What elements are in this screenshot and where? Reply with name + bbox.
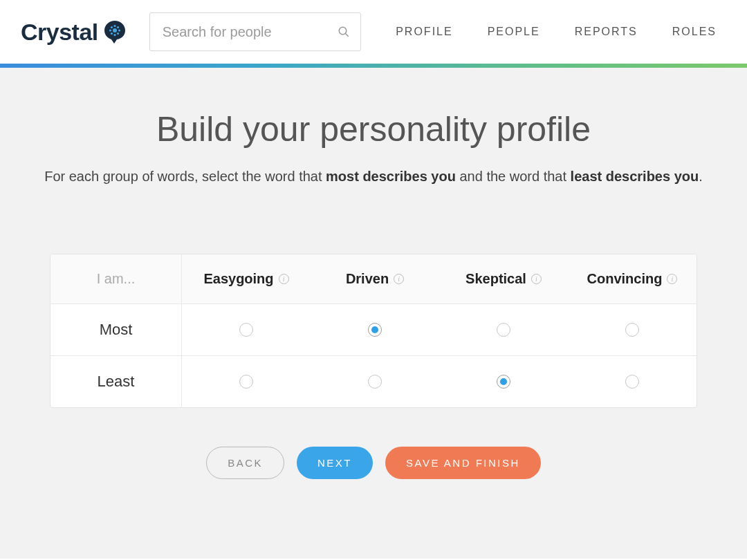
word-selection-table: I am... Easygoing i Driven i Skeptical i: [50, 254, 697, 408]
logo[interactable]: Crystal: [21, 19, 127, 46]
svg-point-5: [111, 26, 113, 28]
radio-least-driven[interactable]: [368, 375, 382, 389]
row-label-most: Most: [100, 321, 133, 339]
radio-cell: [568, 304, 697, 355]
radio-most-skeptical[interactable]: [497, 323, 510, 337]
radio-cell: [439, 304, 568, 355]
radio-cell: [311, 356, 439, 407]
svg-point-9: [339, 27, 347, 35]
nav-roles[interactable]: ROLES: [672, 26, 717, 38]
radio-most-easygoing[interactable]: [239, 323, 253, 337]
radio-cell: [439, 356, 568, 407]
word-header-easygoing: Easygoing i: [182, 254, 311, 304]
search-box[interactable]: [149, 12, 361, 51]
table-row-most: Most: [50, 304, 697, 356]
search-icon: [338, 26, 350, 38]
info-icon[interactable]: i: [667, 274, 677, 284]
logo-icon: [102, 19, 127, 44]
radio-cell: [311, 304, 439, 355]
page-title: Build your personality profile: [28, 109, 719, 149]
table-header-row: I am... Easygoing i Driven i Skeptical i: [50, 254, 697, 304]
row-label-cell: Least: [50, 356, 182, 407]
logo-text: Crystal: [21, 19, 98, 46]
radio-least-convincing[interactable]: [625, 375, 639, 389]
nav: PROFILE PEOPLE REPORTS ROLES: [396, 26, 726, 38]
radio-least-easygoing[interactable]: [239, 375, 253, 389]
word-header-convincing: Convincing i: [568, 254, 697, 304]
iam-cell: I am...: [50, 254, 182, 304]
instructions-text: For each group of words, select the word…: [44, 169, 326, 184]
instructions-text: .: [699, 169, 703, 184]
nav-people[interactable]: PEOPLE: [488, 26, 540, 38]
back-button[interactable]: BACK: [206, 447, 284, 479]
radio-most-convincing[interactable]: [625, 323, 639, 337]
word-header-driven: Driven i: [311, 254, 439, 304]
row-label-cell: Most: [50, 304, 182, 355]
save-and-finish-button[interactable]: SAVE AND FINISH: [385, 447, 541, 479]
nav-reports[interactable]: REPORTS: [575, 26, 638, 38]
instructions-bold-least: least describes you: [571, 169, 699, 184]
svg-point-0: [113, 28, 117, 32]
radio-least-skeptical[interactable]: [497, 375, 510, 389]
row-label-least: Least: [98, 373, 135, 391]
instructions-bold-most: most describes you: [326, 169, 456, 184]
svg-point-6: [117, 26, 119, 28]
info-icon[interactable]: i: [531, 274, 542, 284]
svg-point-7: [111, 32, 113, 35]
search-input[interactable]: [163, 24, 338, 40]
word-label: Easygoing: [203, 271, 273, 287]
word-label: Driven: [346, 271, 389, 287]
radio-most-driven[interactable]: [368, 323, 382, 337]
info-icon[interactable]: i: [394, 274, 404, 284]
svg-line-10: [345, 33, 349, 37]
svg-point-3: [109, 29, 111, 31]
button-row: BACK NEXT SAVE AND FINISH: [28, 447, 719, 479]
radio-cell: [182, 304, 311, 355]
word-label: Skeptical: [465, 271, 526, 287]
svg-point-4: [118, 29, 120, 31]
next-button[interactable]: NEXT: [297, 447, 373, 479]
info-icon[interactable]: i: [279, 274, 289, 284]
radio-cell: [568, 356, 697, 407]
svg-point-2: [113, 34, 116, 36]
main-content: Build your personality profile For each …: [0, 68, 747, 559]
nav-profile[interactable]: PROFILE: [396, 26, 452, 38]
radio-cell: [182, 356, 311, 407]
word-header-skeptical: Skeptical i: [439, 254, 568, 304]
table-row-least: Least: [50, 356, 697, 407]
iam-label: I am...: [97, 271, 136, 287]
header: Crystal PROFILE P: [0, 0, 747, 64]
svg-point-1: [113, 25, 116, 27]
instructions-text: and the word that: [456, 169, 571, 184]
word-label: Convincing: [587, 271, 663, 287]
svg-point-8: [117, 32, 119, 35]
instructions: For each group of words, select the word…: [28, 169, 719, 185]
